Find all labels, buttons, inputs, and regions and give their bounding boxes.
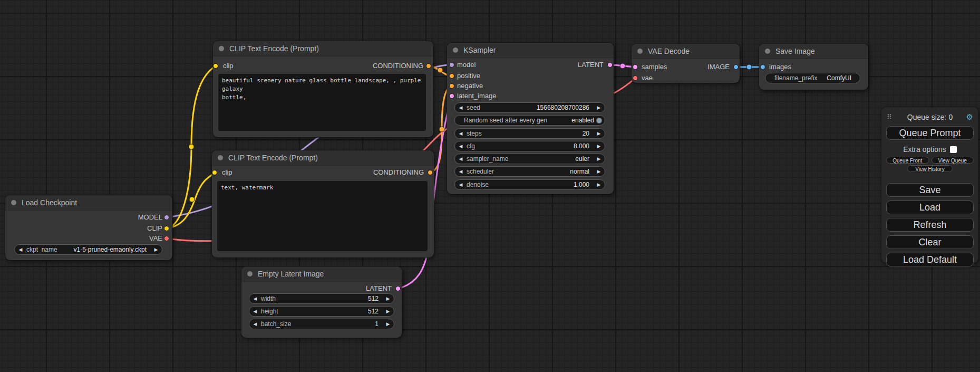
node-title-bar: Save Image (759, 44, 868, 59)
node-title-text: Empty Latent Image (258, 270, 324, 278)
node-load-checkpoint[interactable]: Load CheckpointMODELCLIPVAE◀ckpt_namev1-… (5, 195, 172, 260)
arrow-right-icon[interactable]: ▶ (150, 245, 162, 254)
output-slot-CONDITIONING: CONDITIONING (373, 168, 424, 177)
arrow-left-icon[interactable]: ◀ (455, 129, 467, 138)
collapse-dot[interactable] (765, 49, 770, 54)
arrow-left-icon[interactable]: ◀ (249, 307, 261, 316)
widget-value: 8.000 (475, 142, 593, 150)
conditioning-link-positive-center-dot (438, 68, 443, 73)
widget-label: Random seed after every gen (464, 117, 547, 124)
widget-value: ComfyUI (817, 74, 860, 82)
widget-label: cfg (467, 142, 475, 150)
widget-width[interactable]: ◀width512▶ (249, 293, 394, 304)
view-queue-button[interactable]: View Queue (932, 157, 974, 164)
arrow-left-icon[interactable]: ◀ (249, 319, 261, 329)
input-slot-model: model (457, 61, 476, 69)
widget-label: denoise (467, 181, 489, 188)
output-slot-LATENT: LATENT (366, 284, 392, 293)
widget-label: width (261, 295, 276, 302)
output-slot-MODEL: MODEL (138, 213, 162, 222)
arrow-right-icon[interactable]: ▶ (593, 129, 605, 138)
widget-denoise[interactable]: ◀denoise1.000▶ (454, 179, 605, 190)
settings-gear-icon[interactable]: ⚙ (966, 111, 973, 123)
refresh-button[interactable]: Refresh (886, 218, 974, 232)
output-slot-LATENT: LATENT (578, 61, 604, 69)
samples-link-center-dot (620, 63, 625, 69)
queue-front-button[interactable]: Queue Front (886, 157, 929, 164)
collapse-dot[interactable] (453, 47, 458, 53)
node-empty-latent-image[interactable]: Empty Latent ImageLATENT◀width512▶◀heigh… (241, 266, 402, 338)
queue-prompt-button[interactable]: Queue Prompt (886, 126, 974, 140)
widget-ckpt_name[interactable]: ◀ckpt_namev1-5-pruned-emaonly.ckpt▶ (14, 244, 162, 255)
queue-size-label: Queue size: 0 (907, 113, 953, 121)
output-slot-CONDITIONING: CONDITIONING (373, 62, 423, 70)
node-title-text: Save Image (775, 47, 815, 55)
node-clip-text-encode-negative[interactable]: CLIP Text Encode (Prompt)clipCONDITIONIN… (212, 150, 434, 257)
widget-label: height (261, 308, 278, 315)
widget-Random seed after every gen[interactable]: Random seed after every genenabled (454, 115, 605, 126)
collapse-dot[interactable] (11, 200, 16, 205)
widget-sampler_name[interactable]: ◀sampler_nameeuler▶ (454, 154, 605, 164)
prompt-textarea[interactable]: beautiful scenery nature glass bottle la… (218, 74, 426, 131)
output-slot-VAE: VAE (149, 234, 162, 243)
node-save-image[interactable]: Save Imageimagesfilename_prefixComfyUI (759, 44, 868, 90)
load-button[interactable]: Load (886, 201, 974, 214)
image-link-center-dot (746, 64, 752, 70)
arrow-right-icon[interactable]: ▶ (593, 154, 605, 164)
widget-value: 1.000 (489, 181, 593, 188)
collapse-dot[interactable] (218, 155, 223, 160)
arrow-left-icon[interactable]: ◀ (455, 167, 467, 176)
toggle-knob-icon[interactable] (596, 118, 602, 123)
node-vae-decode[interactable]: VAE DecodesamplesvaeIMAGE (632, 44, 740, 83)
widget-cfg[interactable]: ◀cfg8.000▶ (454, 141, 605, 151)
arrow-left-icon[interactable]: ◀ (15, 245, 26, 254)
drag-handle-icon[interactable]: ⠿ (887, 111, 892, 123)
save-button[interactable]: Save (886, 183, 974, 197)
clip-link-negative (167, 173, 215, 228)
collapse-dot[interactable] (637, 49, 643, 54)
arrow-right-icon[interactable]: ▶ (382, 307, 394, 316)
node-graph-stage[interactable]: Load CheckpointMODELCLIPVAE◀ckpt_namev1-… (0, 0, 980, 372)
extra-options-checkbox[interactable] (950, 146, 957, 153)
arrow-right-icon[interactable]: ▶ (382, 319, 394, 329)
widget-value: normal (494, 168, 593, 175)
widget-label: sampler_name (467, 155, 508, 163)
graph-canvas[interactable]: { "icons": { "arrow_left": "◀", "arrow_r… (0, 0, 980, 372)
arrow-left-icon[interactable]: ◀ (455, 103, 467, 112)
menu-header: ⠿ Queue size: 0 ⚙ (886, 111, 974, 123)
clip-link-positive-center-dot (189, 144, 194, 149)
arrow-right-icon[interactable]: ▶ (593, 141, 605, 151)
widget-label: ckpt_name (26, 246, 57, 253)
widget-filename_prefix[interactable]: filename_prefixComfyUI (765, 73, 860, 83)
input-slot-vae: vae (642, 74, 653, 82)
arrow-left-icon[interactable]: ◀ (455, 141, 467, 151)
arrow-right-icon[interactable]: ▶ (593, 180, 605, 189)
conditioning-link-negative-center-dot (439, 127, 444, 132)
load-default-button[interactable]: Load Default (886, 253, 974, 266)
arrow-right-icon[interactable]: ▶ (382, 294, 394, 303)
node-clip-text-encode-positive[interactable]: CLIP Text Encode (Prompt)clipCONDITIONIN… (213, 41, 433, 137)
widget-steps[interactable]: ◀steps20▶ (454, 128, 605, 139)
node-title-text: CLIP Text Encode (Prompt) (228, 154, 318, 162)
collapse-dot[interactable] (247, 271, 253, 276)
widget-scheduler[interactable]: ◀schedulernormal▶ (454, 166, 605, 177)
widget-value: 156680208700286 (480, 104, 593, 111)
node-ksampler[interactable]: KSamplermodelpositivenegativelatent_imag… (447, 43, 614, 194)
node-title-bar: Empty Latent Image (241, 266, 402, 282)
widget-seed[interactable]: ◀seed156680208700286▶ (454, 102, 605, 113)
prompt-textarea[interactable]: text, watermark (217, 181, 428, 251)
node-title-bar: VAE Decode (632, 44, 740, 59)
arrow-left-icon[interactable]: ◀ (455, 180, 467, 189)
view-history-button[interactable]: View History (907, 165, 953, 172)
arrow-left-icon[interactable]: ◀ (455, 154, 467, 164)
collapse-dot[interactable] (219, 46, 224, 51)
arrow-right-icon[interactable]: ▶ (593, 103, 605, 112)
clear-button[interactable]: Clear (886, 235, 974, 249)
widget-batch_size[interactable]: ◀batch_size1▶ (249, 319, 394, 329)
widget-value: enabled (547, 117, 596, 124)
arrow-right-icon[interactable]: ▶ (593, 167, 605, 176)
arrow-left-icon[interactable]: ◀ (249, 294, 261, 303)
node-title-bar: Load Checkpoint (5, 195, 172, 211)
widget-height[interactable]: ◀height512▶ (249, 306, 394, 317)
extra-options-row: Extra options (886, 146, 974, 154)
